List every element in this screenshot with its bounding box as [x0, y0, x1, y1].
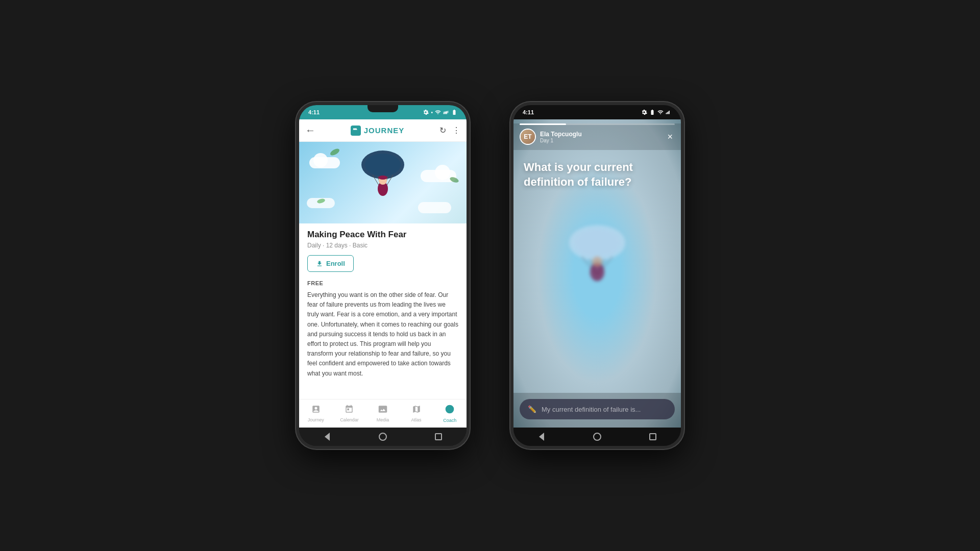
svg-rect-2 [446, 112, 447, 114]
more-button[interactable]: ⋮ [452, 126, 460, 135]
svg-rect-0 [444, 113, 445, 114]
back-hw-button[interactable] [322, 432, 332, 442]
status-icons-1: • [423, 109, 457, 115]
svg-rect-1 [445, 113, 446, 114]
status-time-1: 4:11 [308, 109, 320, 115]
story-username: Ela Topcuoglu [540, 131, 665, 138]
story-input-button[interactable]: ✏️ My current definition of failure is..… [520, 399, 675, 419]
nav-item-atlas[interactable]: Atlas [400, 405, 433, 422]
phone-1-screen: ← JOURNEY ↻ ⋮ [299, 119, 467, 428]
media-nav-icon [378, 405, 387, 416]
recents-hw-button-2[interactable] [648, 432, 658, 442]
svg-rect-3 [447, 112, 448, 114]
story-input-placeholder: My current definition of failure is... [542, 406, 641, 413]
avatar-initials: ET [521, 130, 535, 144]
nav-item-coach[interactable]: Coach [433, 404, 467, 423]
recents-square-icon [435, 433, 442, 440]
wifi-icon-2 [657, 109, 664, 115]
journey-icon-svg [311, 405, 321, 414]
journey-icon [351, 126, 361, 136]
signal-icon-2 [666, 109, 672, 115]
atlas-icon-svg [412, 405, 421, 414]
enroll-button[interactable]: Enroll [307, 255, 354, 272]
story-question-area: What is your current definition of failu… [513, 150, 681, 393]
back-triangle-icon-2 [539, 433, 544, 441]
calendar-icon-svg [345, 405, 354, 414]
story-avatar: ET [520, 129, 536, 145]
camera-notch-2 [582, 105, 612, 112]
svg-point-13 [446, 405, 454, 414]
nav-item-calendar[interactable]: Calendar [333, 405, 366, 422]
nav-item-media[interactable]: Media [366, 405, 400, 422]
story-question-text: What is your current definition of failu… [524, 160, 636, 189]
svg-rect-14 [666, 113, 667, 114]
nav-item-journey[interactable]: Journey [299, 405, 333, 422]
journey-nav-label: Journey [308, 417, 324, 422]
svg-rect-17 [669, 111, 670, 114]
download-icon [316, 260, 323, 267]
dot-icon: • [431, 110, 433, 115]
back-triangle-icon [325, 433, 330, 441]
story-input-area: ✏️ My current definition of failure is..… [513, 393, 681, 428]
hero-image [299, 142, 467, 223]
phone-1: 4:11 • ← JOURNEY [296, 102, 470, 449]
course-title: Making Peace With Fear [307, 230, 458, 240]
leaf-2 [449, 176, 459, 184]
coach-icon-svg [445, 404, 455, 414]
leaf-1 [329, 147, 340, 157]
home-hw-button-2[interactable] [592, 432, 602, 442]
battery-icon-2 [649, 109, 655, 115]
media-icon-svg [378, 405, 387, 414]
refresh-button[interactable]: ↻ [439, 126, 446, 135]
course-meta: Daily · 12 days · Basic [307, 242, 458, 249]
atlas-nav-icon [412, 405, 421, 416]
svg-point-12 [378, 176, 387, 180]
story-progress-fill [520, 123, 566, 125]
camera-notch-1 [368, 105, 398, 112]
coach-nav-icon [445, 404, 455, 417]
atlas-nav-label: Atlas [411, 417, 422, 422]
story-progress-track [520, 123, 675, 125]
story-header: ET Ela Topcuoglu Day 1 × [513, 123, 681, 150]
coach-nav-label: Coach [443, 418, 456, 423]
signal-icon [443, 109, 449, 115]
home-hw-button[interactable] [378, 432, 388, 442]
recents-square-icon-2 [649, 433, 656, 440]
story-user-info: Ela Topcuoglu Day 1 [540, 131, 665, 143]
coach-story: ET Ela Topcuoglu Day 1 × What is your cu… [513, 119, 681, 428]
back-hw-button-2[interactable] [536, 432, 547, 442]
status-icons-2 [641, 109, 672, 115]
phone-2: 4:11 [510, 102, 684, 449]
svg-rect-15 [667, 112, 668, 114]
back-button[interactable]: ← [305, 124, 315, 136]
course-description: Everything you want is on the other side… [307, 290, 458, 379]
phone-2-screen: ET Ela Topcuoglu Day 1 × What is your cu… [513, 119, 681, 428]
phone-nav-bar-1 [299, 428, 467, 446]
home-circle-icon [379, 433, 387, 441]
media-nav-label: Media [377, 417, 389, 422]
free-badge: FREE [307, 280, 458, 286]
journey-app: ← JOURNEY ↻ ⋮ [299, 119, 467, 428]
svg-rect-16 [668, 112, 669, 114]
settings-icon [423, 109, 429, 115]
parachute-illustration [357, 147, 408, 213]
app-toolbar: ← JOURNEY ↻ ⋮ [299, 119, 467, 142]
phone-nav-bar-2 [513, 428, 681, 446]
recents-hw-button[interactable] [433, 432, 444, 442]
toolbar-actions: ↻ ⋮ [439, 126, 460, 135]
story-day: Day 1 [540, 138, 665, 143]
battery-icon [451, 109, 457, 115]
content-area: Making Peace With Fear Daily · 12 days ·… [299, 223, 467, 399]
home-circle-icon-2 [593, 433, 601, 441]
cloud-2-puff [435, 165, 450, 180]
svg-point-5 [365, 154, 401, 176]
journey-logo-icon [353, 128, 359, 134]
story-close-button[interactable]: × [665, 130, 675, 144]
app-title: JOURNEY [351, 126, 405, 136]
journey-title-text: JOURNEY [364, 126, 405, 135]
status-time-2: 4:11 [523, 109, 534, 115]
cloud-4 [418, 202, 451, 213]
bottom-nav: Journey Calendar Media [299, 399, 467, 428]
pencil-icon: ✏️ [528, 405, 536, 413]
calendar-nav-icon [345, 405, 354, 416]
